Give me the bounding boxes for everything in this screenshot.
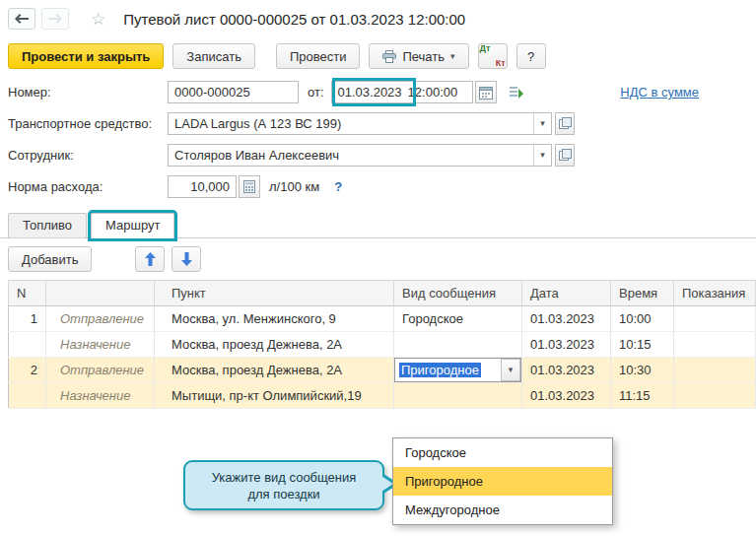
cell-n[interactable] [9, 383, 46, 409]
cell-type[interactable] [394, 332, 522, 358]
help-label: ? [527, 49, 534, 64]
cell-type[interactable]: Городское [394, 306, 522, 332]
type-cell-editor[interactable]: Пригородное ▾ [394, 358, 521, 382]
print-caret-icon: ▾ [450, 52, 455, 61]
type-dropdown-button[interactable]: ▾ [501, 359, 520, 381]
cell-point[interactable]: Москва, проезд Дежнева, 2А [155, 358, 394, 383]
cell-direction[interactable]: Отправление [46, 306, 155, 332]
cell-date[interactable]: 01.03.2023 [522, 383, 611, 409]
post-and-close-label: Провести и закрыть [22, 49, 150, 64]
vehicle-label: Транспортное средство: [8, 116, 168, 131]
route-table: N Пункт Вид сообщения Дата Время Показан… [8, 280, 756, 409]
col-date[interactable]: Дата [522, 281, 611, 306]
choose-form-icon [559, 149, 572, 162]
table-row-1-destination[interactable]: Назначение Москва, проезд Дежнева, 2А 01… [9, 332, 756, 358]
dt-kt-button[interactable]: Дт Кт [478, 43, 508, 69]
cell-odometer[interactable] [674, 306, 756, 332]
cell-date[interactable]: 01.03.2023 [522, 358, 611, 383]
related-documents-icon [509, 86, 524, 100]
vehicle-dropdown-button[interactable]: ▾ [533, 113, 551, 134]
time-part[interactable]: 12:00:00 [408, 85, 458, 100]
cell-type[interactable] [394, 383, 522, 409]
employee-label: Сотрудник: [8, 148, 168, 163]
table-row-2-departure[interactable]: 2 Отправление Москва, проезд Дежнева, 2А… [9, 358, 756, 383]
col-n[interactable]: N [9, 281, 46, 306]
table-row-1-departure[interactable]: 1 Отправление Москва, ул. Менжинского, 9… [9, 306, 756, 332]
cell-time[interactable]: 10:30 [611, 358, 674, 383]
title-bar: ☆ Путевой лист 0000-000025 от 01.03.2023… [0, 0, 756, 34]
col-odometer[interactable]: Показания [674, 281, 756, 306]
number-input[interactable] [168, 81, 299, 103]
move-down-button[interactable] [172, 246, 201, 272]
vat-link[interactable]: НДС в сумме [620, 85, 699, 100]
cell-time[interactable]: 11:15 [611, 383, 674, 409]
cell-time[interactable]: 10:15 [611, 332, 674, 358]
cell-n[interactable]: 1 [9, 306, 46, 332]
cell-odometer[interactable] [674, 332, 756, 358]
employee-dropdown-button[interactable]: ▾ [533, 145, 551, 166]
post-button[interactable]: Провести [276, 43, 361, 69]
dt-label: Дт [480, 44, 491, 53]
print-button[interactable]: Печать ▾ [369, 43, 468, 69]
tab-bar: Топливо Маршрут [0, 207, 756, 238]
cell-n[interactable]: 2 [9, 358, 46, 383]
cell-type-editing[interactable]: Пригородное ▾ [394, 358, 522, 383]
vehicle-input[interactable]: LADA Largus (А 123 ВС 199) ▾ [168, 112, 552, 135]
move-up-button[interactable] [135, 246, 165, 272]
cell-point[interactable]: Москва, проезд Дежнева, 2А [155, 332, 394, 358]
favorite-star-icon[interactable]: ☆ [91, 9, 105, 30]
hint-line-1: Укажите вид сообщения [212, 469, 357, 486]
cell-direction[interactable]: Назначение [46, 332, 155, 358]
employee-input[interactable]: Столяров Иван Алексеевич ▾ [168, 144, 552, 167]
save-button[interactable]: Записать [172, 43, 255, 69]
employee-choose-button[interactable] [555, 144, 575, 167]
cell-date[interactable]: 01.03.2023 [522, 332, 611, 358]
post-and-close-button[interactable]: Провести и закрыть [8, 43, 164, 69]
command-bar: Провести и закрыть Записать Провести Печ… [0, 34, 756, 77]
chevron-down-icon: ▾ [540, 151, 545, 160]
date-part[interactable]: 01.03.2023 [338, 85, 402, 100]
forward-button[interactable] [41, 8, 69, 30]
vehicle-value[interactable]: LADA Largus (А 123 ВС 199) [169, 116, 533, 131]
cell-odometer[interactable] [674, 383, 756, 409]
date-from-label: от: [308, 85, 324, 100]
fuel-rate-help-link[interactable]: ? [334, 179, 342, 194]
table-row-2-destination[interactable]: Назначение Мытищи, пр-кт Олимпийский,19 … [9, 383, 756, 409]
dropdown-option-suburban[interactable]: Пригородное [393, 467, 612, 496]
cell-point[interactable]: Мытищи, пр-кт Олимпийский,19 [155, 383, 394, 409]
cell-date[interactable]: 01.03.2023 [522, 306, 611, 332]
cell-time[interactable]: 10:00 [611, 306, 674, 332]
add-row-button[interactable]: Добавить [8, 246, 92, 272]
dropdown-option-urban[interactable]: Городское [393, 438, 612, 467]
calculator-button[interactable] [239, 175, 260, 198]
arrow-up-icon [145, 252, 156, 266]
kt-label: Кт [496, 59, 506, 68]
chevron-down-icon: ▾ [509, 366, 514, 374]
cell-point[interactable]: Москва, ул. Менжинского, 9 [155, 306, 394, 332]
back-button[interactable] [8, 8, 35, 30]
col-point[interactable]: Пункт [155, 281, 394, 306]
vehicle-choose-button[interactable] [555, 112, 575, 135]
col-time[interactable]: Время [611, 281, 674, 306]
tab-fuel[interactable]: Топливо [8, 213, 87, 237]
dropdown-option-intercity[interactable]: Междугородное [393, 496, 612, 524]
tab-route-label: Маршрут [105, 218, 160, 233]
help-button[interactable]: ? [516, 43, 546, 69]
waybill-window: ☆ Путевой лист 0000-000025 от 01.03.2023… [0, 0, 756, 536]
date-input[interactable]: 01.03.2023 12:00:00 [331, 81, 473, 103]
type-selected-text[interactable]: Пригородное [399, 363, 481, 377]
related-documents-button[interactable] [506, 81, 527, 103]
tab-route[interactable]: Маршрут [91, 213, 174, 238]
calendar-button[interactable] [475, 81, 497, 103]
cell-direction[interactable]: Назначение [46, 383, 155, 409]
route-table-toolbar: Добавить [0, 238, 756, 280]
cell-n[interactable] [9, 332, 46, 358]
cell-odometer[interactable] [674, 358, 756, 383]
fuel-rate-input[interactable] [168, 175, 237, 198]
employee-value[interactable]: Столяров Иван Алексеевич [169, 148, 533, 163]
post-label: Провести [290, 49, 347, 64]
col-type[interactable]: Вид сообщения [394, 281, 522, 306]
page-title: Путевой лист 0000-000025 от 01.03.2023 1… [123, 11, 465, 28]
col-direction[interactable] [46, 281, 155, 306]
cell-direction[interactable]: Отправление [46, 358, 155, 383]
